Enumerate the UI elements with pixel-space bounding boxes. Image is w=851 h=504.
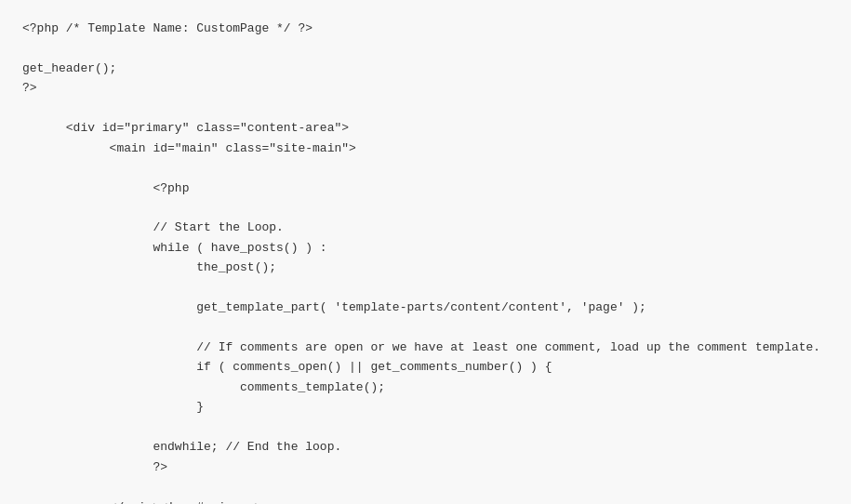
code-block: <?php /* Template Name: CustomPage */ ?>… (22, 19, 829, 504)
code-container: <?php /* Template Name: CustomPage */ ?>… (0, 0, 851, 504)
